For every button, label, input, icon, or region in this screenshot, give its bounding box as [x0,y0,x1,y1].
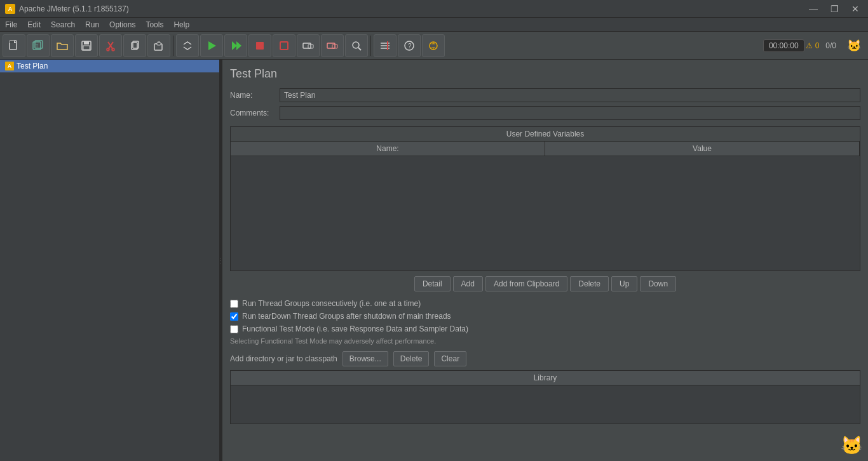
remote-start-button[interactable] [297,34,320,57]
menu-options[interactable]: Options [104,18,140,32]
checkbox-consecutive[interactable] [230,300,238,308]
help-button[interactable]: ? [398,34,421,57]
svg-marker-14 [208,41,216,50]
svg-marker-16 [236,41,241,50]
svg-text:T: T [36,44,39,48]
toolbar-sep-2 [370,36,371,56]
menu-help[interactable]: Help [168,18,194,32]
window-controls: — ❐ ✕ [805,0,863,18]
svg-rect-21 [327,43,335,48]
cut-button[interactable] [99,34,122,57]
menu-run[interactable]: Run [80,18,104,32]
svg-rect-19 [303,43,311,48]
note-text: Selecting Functional Test Mode may adver… [230,337,860,345]
name-input[interactable] [280,88,860,102]
stop-button[interactable] [248,34,271,57]
down-button[interactable]: Down [640,276,676,291]
app-icon: A [5,4,15,14]
library-body[interactable] [231,385,860,424]
right-panel: Test Plan Name: Comments: User Defined V… [222,60,868,461]
svg-line-24 [358,48,361,50]
svg-text:?: ? [408,43,412,50]
save-button[interactable] [75,34,98,57]
remote-stop-button[interactable] [321,34,344,57]
up-button[interactable]: Up [611,276,637,291]
shutdown-button[interactable] [273,34,295,57]
minimize-button[interactable]: — [805,3,822,15]
copy-button[interactable] [123,34,146,57]
detail-button[interactable]: Detail [414,276,451,291]
start-button[interactable] [200,34,223,57]
tree-item-label: Test Plan [17,62,48,70]
clear-all-button[interactable] [374,34,397,57]
comments-label: Comments: [230,109,275,117]
menu-search[interactable]: Search [46,18,80,32]
action-buttons: Detail Add Add from Clipboard Delete Up … [230,276,860,291]
resize-handle[interactable]: ⋮ [219,60,222,461]
table-body[interactable] [231,156,860,271]
main-layout: A Test Plan ⋮ Test Plan Name: Comments: … [0,60,868,461]
tree-item-testplan[interactable]: A Test Plan [0,60,222,72]
classpath-delete-button[interactable]: Delete [393,351,430,366]
start-no-pauses-button[interactable] [224,34,247,57]
menu-file[interactable]: File [0,18,22,32]
browse-button[interactable]: Browse... [342,351,388,366]
toolbar-sep-1 [173,36,173,56]
warning-indicator: ⚠ 0 [806,41,820,50]
checkbox-teardown[interactable] [230,312,238,321]
svg-rect-13 [157,43,161,45]
checkbox-row-3: Functional Test Mode (i.e. save Response… [230,324,860,333]
clear-button[interactable]: Clear [434,351,466,366]
name-label: Name: [230,91,275,100]
add-from-clipboard-button[interactable]: Add from Clipboard [485,276,567,291]
classpath-label: Add directory or jar to classpath [230,354,337,363]
menu-edit[interactable]: Edit [22,18,46,32]
checkbox-functional[interactable] [230,325,238,333]
remote-options-button[interactable] [422,34,445,57]
variables-table: User Defined Variables Name: Value [230,126,860,271]
svg-rect-1 [10,41,14,43]
name-row: Name: [230,88,860,102]
comments-row: Comments: [230,106,860,120]
svg-rect-18 [280,42,288,50]
library-table: Library [230,370,860,424]
open-button[interactable] [51,34,74,57]
checkbox-row-2: Run tearDown Thread Groups after shutdow… [230,312,860,321]
col-value: Value [545,142,860,156]
svg-rect-6 [84,41,89,44]
maximize-button[interactable]: ❐ [827,3,843,15]
timer-display: 00:00:00 [763,39,804,52]
window-title: Apache JMeter (5.1.1 r1855137) [19,4,129,13]
svg-rect-17 [256,42,264,50]
svg-rect-7 [83,46,90,50]
checkbox-label-3: Functional Test Mode (i.e. save Response… [242,324,468,333]
templates-button[interactable]: T [27,34,50,57]
svg-marker-15 [232,41,237,50]
checkbox-label-1: Run Thread Groups consecutively (i.e. on… [242,299,421,308]
classpath-row: Add directory or jar to classpath Browse… [230,351,860,366]
close-button[interactable]: ✕ [848,3,863,15]
table-header: Name: Value [231,142,860,156]
menu-bar: File Edit Search Run Options Tools Help [0,18,868,32]
delete-button[interactable]: Delete [570,276,609,291]
browse-results-button[interactable] [345,34,368,57]
title-bar: A Apache JMeter (5.1.1 r1855137) — ❐ ✕ [0,0,868,18]
paste-button[interactable] [147,34,170,57]
comments-input[interactable] [280,106,860,120]
checkbox-row-1: Run Thread Groups consecutively (i.e. on… [230,299,860,308]
new-button[interactable] [3,34,25,57]
testplan-icon: A [5,62,14,70]
checkbox-label-2: Run tearDown Thread Groups after shutdow… [242,312,451,321]
add-button[interactable]: Add [453,276,483,291]
warning-count: 0 [815,41,820,50]
menu-tools[interactable]: Tools [140,18,168,32]
col-name: Name: [231,142,545,156]
mascot-button[interactable]: 🐱 [843,34,865,57]
svg-point-23 [353,42,359,48]
library-title: Library [231,371,860,385]
table-title: User Defined Variables [231,127,860,142]
expand-button[interactable] [176,34,199,57]
mascot: 🐱 [841,435,863,456]
left-panel: A Test Plan ⋮ [0,60,222,461]
panel-title: Test Plan [230,67,860,81]
